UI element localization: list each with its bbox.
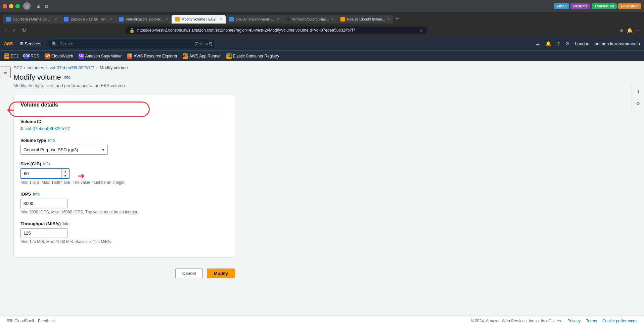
address-bar[interactable]: 🔒 https://eu-west-2.console.aws.amazon.c…: [125, 27, 427, 34]
main-content: ☰ ➜ EC2 › Volumes › vol-07ebea58b32ffb7f…: [0, 61, 644, 312]
tab-coursera[interactable]: Coursera | Online Cou... ✕: [3, 15, 60, 24]
breadcrumb-ec2[interactable]: EC2: [13, 65, 22, 70]
region-selector[interactable]: London: [575, 41, 589, 46]
tab-overview-btn[interactable]: ⧉: [43, 3, 49, 10]
tab-close-fastapi[interactable]: ✕: [109, 17, 112, 21]
volume-id-value[interactable]: ⧉ vol-07ebea58b32ffb7f7: [20, 126, 228, 131]
back-button[interactable]: ‹: [3, 27, 8, 34]
extensions-icon[interactable]: ⊞: [619, 27, 624, 34]
cloudshell-label: CloudShell: [14, 319, 34, 323]
tab-modify-volume[interactable]: Modify volume | EC2 | ✕: [172, 15, 226, 24]
iops-input[interactable]: [20, 199, 67, 208]
volume-type-field: Volume type Info General Purpose SSD (gp…: [20, 138, 228, 155]
forward-button[interactable]: ›: [11, 27, 17, 34]
service-sagemaker[interactable]: SM Amazon SageMaker: [79, 53, 122, 59]
breadcrumb-sep-2: ›: [46, 65, 48, 70]
tab-github[interactable]: fermiyon/pytorch-fas... ✕: [282, 15, 337, 24]
aws-search-bar[interactable]: 🔍 [Option+S]: [48, 40, 216, 48]
size-decrement[interactable]: ▼: [62, 174, 69, 178]
privacy-link[interactable]: Privacy: [567, 319, 581, 323]
iops-label: IOPS Info: [20, 192, 228, 197]
services-button[interactable]: ⊞ Services: [17, 40, 44, 48]
tag-education[interactable]: Education: [618, 3, 641, 9]
size-input[interactable]: [21, 169, 61, 178]
traffic-light-close[interactable]: [3, 4, 7, 8]
volume-type-select[interactable]: General Purpose SSD (gp3) General Purpos…: [20, 145, 108, 155]
service-ecr[interactable]: ECR Elastic Container Registry: [226, 53, 279, 59]
reload-button[interactable]: ↻: [20, 27, 28, 34]
traffic-light-minimize[interactable]: [9, 4, 13, 8]
tab-close-resize[interactable]: ✕: [387, 17, 390, 21]
service-rds[interactable]: RDS RDS: [24, 53, 39, 59]
volume-type-label-text: Volume type: [20, 138, 46, 143]
tab-favicon-github: [286, 17, 290, 22]
cloudshell-button[interactable]: ⌨ CloudShell: [7, 319, 34, 323]
ecr-label: Elastic Container Registry: [233, 54, 279, 58]
bell-icon[interactable]: 🔔: [545, 41, 552, 47]
traffic-light-fullscreen[interactable]: [15, 4, 20, 8]
tab-resize[interactable]: Resize Cloud9 Instan... ✕: [337, 15, 394, 24]
right-panel-info-icon[interactable]: ℹ: [633, 87, 643, 96]
size-info[interactable]: Info: [43, 162, 50, 166]
service-ec2[interactable]: EC2 EC2: [4, 53, 18, 59]
tab-close-github[interactable]: ✕: [331, 17, 334, 21]
size-increment[interactable]: ▲: [62, 169, 69, 174]
browser-controls: ⊞ ⧉: [35, 3, 49, 10]
settings-icon[interactable]: ⚙: [565, 41, 569, 47]
extensions-btn[interactable]: ⊞: [35, 3, 42, 10]
modify-button[interactable]: Modify: [207, 269, 235, 278]
right-panel-settings-icon[interactable]: ⚙: [633, 99, 643, 108]
bell-icon[interactable]: 🔔: [626, 27, 633, 34]
breadcrumb: EC2 › Volumes › vol-07ebea58b32ffb7f7 › …: [0, 61, 644, 70]
service-resource-explorer[interactable]: RE AWS Resource Explorer: [127, 53, 177, 59]
tab-label-virt: Virtualization, Docker...: [126, 17, 163, 21]
search-icon: 🔍: [52, 41, 57, 46]
iops-info[interactable]: Info: [33, 192, 40, 197]
iops-field: IOPS Info Min: 3000 IOPS, Max: 16000 IOP…: [20, 192, 228, 214]
tab-close-coursera[interactable]: ✕: [54, 17, 57, 21]
cancel-button[interactable]: Cancel: [175, 269, 203, 278]
address-bar-row: ‹ › ↻ 🔒 https://eu-west-2.console.aws.am…: [0, 24, 644, 37]
breadcrumb-volume-id[interactable]: vol-07ebea58b32ffb7f7: [50, 65, 94, 70]
tab-virtualization[interactable]: Virtualization, Docker... ✕: [116, 15, 171, 24]
volume-type-info[interactable]: Info: [48, 138, 55, 143]
service-cloudwatch[interactable]: CW CloudWatch: [45, 53, 73, 59]
tab-fastapi[interactable]: Deploy a FastAPI Py... ✕: [60, 15, 116, 24]
tab-close-cloud9[interactable]: ✕: [276, 17, 279, 21]
breadcrumb-sep-1: ›: [24, 65, 25, 70]
ecr-icon: ECR: [226, 53, 232, 59]
throughput-info[interactable]: Info: [63, 221, 70, 226]
tab-favicon-coursera: [6, 17, 11, 22]
footer-left: ⌨ CloudShell Feedback: [7, 319, 56, 323]
service-app-runner[interactable]: AR AWS App Runner: [183, 53, 221, 59]
sidebar-toggle[interactable]: ☰: [0, 67, 11, 78]
tab-cloud9[interactable]: cloud9_environment -... ✕: [226, 15, 282, 24]
terms-link[interactable]: Terms: [586, 319, 597, 323]
tag-email[interactable]: Email: [554, 3, 569, 9]
search-input[interactable]: [60, 41, 192, 46]
tab-label-fastapi: Deploy a FastAPI Py...: [71, 17, 107, 21]
cookie-link[interactable]: Cookie preferences: [602, 319, 637, 323]
throughput-field: Throughput (MiB/s) Info Min: 125 MiB, Ma…: [20, 221, 228, 244]
tag-resume[interactable]: Resume: [570, 3, 590, 9]
tab-label-coursera: Coursera | Online Cou...: [13, 17, 52, 21]
size-input-wrap: ▲ ▼: [20, 168, 70, 179]
help-icon[interactable]: ?: [557, 41, 560, 47]
settings-icon[interactable]: ⋯: [635, 27, 641, 34]
throughput-input[interactable]: [20, 228, 67, 238]
feedback-button[interactable]: Feedback: [38, 319, 56, 323]
page-title-info[interactable]: Info: [64, 75, 71, 80]
tab-label-cloud9: cloud9_environment -...: [236, 17, 274, 21]
tab-close-virt[interactable]: ✕: [166, 17, 168, 21]
tab-close-ec2[interactable]: ✕: [220, 17, 222, 21]
tag-translation[interactable]: Translation: [592, 3, 617, 9]
breadcrumb-volumes[interactable]: Volumes: [28, 65, 44, 70]
user-menu[interactable]: selman karaosmanoglu: [595, 41, 640, 46]
tab-favicon-cloud9: [229, 17, 234, 22]
aws-footer: ⌨ CloudShell Feedback © 2024, Amazon Web…: [0, 316, 644, 326]
new-tab-button[interactable]: +: [393, 14, 401, 24]
volume-id-text: vol-07ebea58b32ffb7f7: [26, 126, 70, 131]
cloud-icon[interactable]: ☁: [535, 41, 540, 47]
bookmark-icon: ☆: [419, 28, 423, 33]
tab-label-resize: Resize Cloud9 Instan...: [347, 17, 385, 21]
